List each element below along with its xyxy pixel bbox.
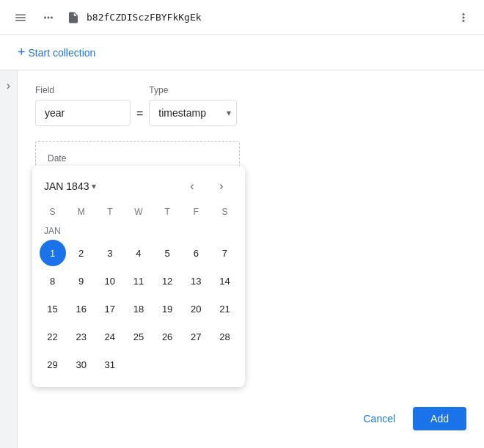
next-month-button[interactable]: › xyxy=(210,175,233,198)
month-year-selector[interactable]: JAN 1843 ▾ xyxy=(44,180,96,192)
calendar-day[interactable]: 5 xyxy=(154,240,180,266)
calendar-day[interactable]: 21 xyxy=(211,295,238,322)
calendar-day[interactable]: 7 xyxy=(211,240,238,266)
calendar-day[interactable]: 29 xyxy=(40,351,66,378)
form-area: Field = Type timestamp string number boo… xyxy=(18,70,484,448)
calendar-day[interactable]: 13 xyxy=(183,268,209,294)
main-content: › Field = Type timestamp string number b… xyxy=(0,70,484,448)
calendar-grid: 1234567891011121314151617181920212223242… xyxy=(38,239,239,378)
calendar-day[interactable]: 9 xyxy=(68,268,95,294)
equals-sign: = xyxy=(136,107,143,120)
calendar-popup: JAN 1843 ▾ ‹ › S M T W T xyxy=(32,166,245,387)
weekday-sat: S xyxy=(210,204,239,220)
more-vert-icon[interactable] xyxy=(37,6,60,29)
weekday-thu: T xyxy=(153,204,182,220)
calendar-day[interactable]: 30 xyxy=(68,351,95,378)
weekday-fri: F xyxy=(182,204,210,220)
top-bar: b82fCZDISczFBYFkKgEk xyxy=(0,0,484,35)
calendar-header: JAN 1843 ▾ ‹ › xyxy=(32,166,245,204)
date-label: Date xyxy=(48,153,227,164)
type-select[interactable]: timestamp string number boolean map arra… xyxy=(149,100,237,126)
type-select-wrapper: timestamp string number boolean map arra… xyxy=(149,100,237,126)
field-input[interactable] xyxy=(35,100,131,126)
document-icon xyxy=(66,10,81,25)
calendar-day[interactable]: 28 xyxy=(211,323,238,350)
weekday-wed: W xyxy=(124,204,153,220)
chevron-right-icon: › xyxy=(7,79,10,92)
calendar-day[interactable]: 22 xyxy=(40,323,66,350)
chevron-left-icon: ‹ xyxy=(190,180,194,193)
calendar-day[interactable]: 31 xyxy=(97,351,123,378)
start-collection-label: Start collection xyxy=(29,47,96,59)
add-button[interactable]: Add xyxy=(413,407,466,430)
calendar-day[interactable]: 25 xyxy=(125,323,152,350)
calendar-day[interactable]: 10 xyxy=(97,268,123,294)
calendar-day[interactable]: 2 xyxy=(68,240,95,266)
overflow-menu-icon[interactable] xyxy=(452,6,475,29)
plus-icon: + xyxy=(18,45,26,60)
calendar-day[interactable]: 20 xyxy=(183,295,209,322)
tab-title: b82fCZDISczFBYFkKgEk xyxy=(87,12,446,23)
calendar-day[interactable]: 1 xyxy=(40,240,66,266)
calendar-day[interactable]: 14 xyxy=(211,268,238,294)
month-year-label: JAN 1843 xyxy=(44,180,89,192)
calendar-day[interactable]: 16 xyxy=(68,295,95,322)
calendar-day[interactable]: 26 xyxy=(154,323,180,350)
menu-icon[interactable] xyxy=(9,6,32,29)
dropdown-chevron-icon: ▾ xyxy=(92,181,96,191)
calendar-day[interactable]: 19 xyxy=(154,295,180,322)
calendar-day[interactable]: 15 xyxy=(40,295,66,322)
action-buttons: Cancel Add xyxy=(351,407,466,430)
calendar-day[interactable]: 6 xyxy=(183,240,209,266)
start-collection-button[interactable]: + Start collection xyxy=(12,40,101,65)
chevron-right-icon: › xyxy=(219,180,223,193)
field-label: Field xyxy=(35,85,131,95)
type-label: Type xyxy=(149,85,237,95)
calendar-day[interactable]: 24 xyxy=(97,323,123,350)
weekday-sun: S xyxy=(38,204,67,220)
calendar-body: JAN 123456789101112131415161718192021222… xyxy=(32,223,245,387)
calendar-day[interactable]: 27 xyxy=(183,323,209,350)
prev-month-button[interactable]: ‹ xyxy=(180,175,204,198)
weekday-tue: T xyxy=(95,204,124,220)
calendar-day[interactable]: 18 xyxy=(125,295,152,322)
calendar-day[interactable]: 17 xyxy=(97,295,123,322)
calendar-month-label: JAN xyxy=(38,223,239,239)
calendar-day[interactable]: 23 xyxy=(68,323,95,350)
collection-bar: + Start collection xyxy=(0,35,484,70)
calendar-day[interactable]: 4 xyxy=(125,240,152,266)
calendar-day[interactable]: 3 xyxy=(97,240,123,266)
calendar-day[interactable]: 11 xyxy=(125,268,152,294)
top-bar-icons xyxy=(9,6,60,29)
calendar-day[interactable]: 8 xyxy=(40,268,66,294)
weekday-headers: S M T W T F S xyxy=(32,204,245,220)
sidebar-collapse-arrow[interactable]: › xyxy=(0,70,18,448)
calendar-nav: ‹ › xyxy=(180,175,233,198)
calendar-day[interactable]: 12 xyxy=(154,268,180,294)
weekday-mon: M xyxy=(67,204,95,220)
cancel-button[interactable]: Cancel xyxy=(351,407,407,430)
